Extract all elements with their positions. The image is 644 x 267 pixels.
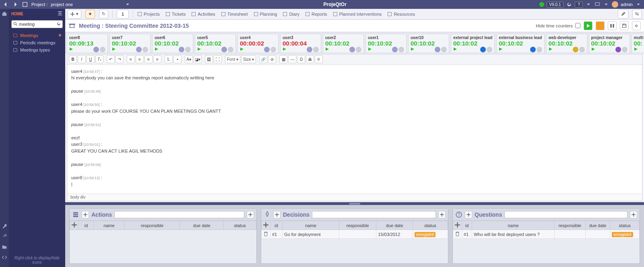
add-row-icon[interactable] <box>72 222 77 228</box>
col-header[interactable]: due date <box>585 221 610 230</box>
clear-format-button[interactable]: Tₓ <box>95 55 103 63</box>
nav-reports[interactable]: Reports <box>305 12 327 17</box>
nav-diary[interactable]: Diary <box>283 12 299 17</box>
timer-play-icon[interactable] <box>325 47 329 52</box>
timer-play-icon[interactable] <box>634 47 638 52</box>
list-ul-button[interactable]: • <box>173 55 182 63</box>
layout-toggle-icon[interactable]: ⇆ <box>632 10 642 19</box>
play-all-button[interactable] <box>584 21 592 30</box>
questions-add-button[interactable] <box>465 211 472 218</box>
chevron-down-icon-2[interactable] <box>603 1 609 8</box>
code-icon[interactable] <box>1 254 8 261</box>
copy-button[interactable]: ⎘ <box>315 55 323 63</box>
timer-play-icon[interactable] <box>69 47 73 52</box>
add-row-icon[interactable] <box>263 222 268 228</box>
add-button[interactable]: ▾ <box>68 10 81 19</box>
timer-play-icon[interactable] <box>411 47 415 52</box>
table-button[interactable]: ▦ <box>279 55 287 63</box>
questions-expand-button[interactable] <box>630 211 637 218</box>
bold-button[interactable]: B <box>69 55 77 63</box>
sidebar-item-1[interactable]: Periodic meetings <box>9 39 65 46</box>
link-icon[interactable] <box>1 233 8 240</box>
sidebar-home-label[interactable]: home <box>11 12 23 16</box>
back-icon[interactable] <box>2 1 9 8</box>
timer-play-icon[interactable] <box>197 47 201 52</box>
nav-activities[interactable]: Activities <box>191 12 215 17</box>
decisions-add-button[interactable] <box>273 211 281 218</box>
timer-play-icon[interactable] <box>499 47 503 52</box>
col-header[interactable]: id <box>270 221 283 230</box>
align-right-button[interactable]: ≡ <box>144 55 153 63</box>
edit-icon[interactable] <box>618 10 628 19</box>
image-button[interactable]: 🖼 <box>205 55 213 63</box>
col-header[interactable]: responsible <box>554 221 585 230</box>
user-dropdown-icon[interactable] <box>635 1 642 8</box>
align-justify-button[interactable]: ≡ <box>153 55 161 63</box>
actions-expand-button[interactable] <box>247 211 254 218</box>
undo-button[interactable]: ↶ <box>107 55 115 63</box>
history-button[interactable]: ↻ <box>99 10 108 19</box>
save-button[interactable] <box>620 21 629 30</box>
wrench-icon[interactable] <box>1 223 8 229</box>
horizontal-splitter[interactable] <box>65 202 644 205</box>
actions-filter-input[interactable] <box>114 211 244 218</box>
settings-button[interactable] <box>632 21 641 30</box>
align-left-button[interactable]: ≡ <box>127 55 135 63</box>
project-name[interactable]: project one <box>51 2 72 7</box>
timer-play-icon[interactable] <box>453 47 457 52</box>
display-icon[interactable] <box>594 1 601 8</box>
hr-button[interactable]: — <box>288 55 296 63</box>
nav-planning[interactable]: Planning <box>254 12 277 17</box>
align-center-button[interactable]: ≡ <box>136 55 144 63</box>
col-header[interactable]: status <box>413 221 448 230</box>
delete-row-icon[interactable] <box>455 231 460 236</box>
timer-play-icon[interactable] <box>368 47 372 52</box>
search-reload-icon[interactable] <box>56 21 61 27</box>
col-header[interactable]: responsible <box>124 221 180 230</box>
nav-projects[interactable]: Projects <box>137 12 160 17</box>
table-row[interactable]: #1Go for deployment15/03/2012enregistré <box>262 230 448 239</box>
table-row[interactable]: #1Who will be first deployed users ?enre… <box>453 230 640 239</box>
user-name[interactable]: admin <box>621 2 633 7</box>
italic-button[interactable]: I <box>78 55 86 63</box>
timer-play-icon[interactable] <box>591 47 595 52</box>
help-button[interactable]: ? <box>575 2 583 8</box>
unlink-button[interactable]: ⊘ <box>268 55 276 63</box>
font-select[interactable]: Font ▾ <box>225 55 240 63</box>
col-header[interactable]: id <box>79 221 94 230</box>
sidebar-item-2[interactable]: Meetings types <box>9 46 65 54</box>
star-icon[interactable]: ★ <box>58 33 62 38</box>
project-dropdown-icon[interactable] <box>124 1 131 8</box>
nav-timesheet[interactable]: Timesheet <box>221 12 248 17</box>
timer-play-icon[interactable] <box>549 47 553 52</box>
fullscreen-button[interactable]: ⛶ <box>214 55 222 63</box>
sidebar-item-0[interactable]: Meetings★ <box>9 31 65 39</box>
hide-counters-checkbox[interactable] <box>575 23 580 28</box>
timer-play-icon[interactable] <box>283 47 287 52</box>
bgcolor-button[interactable]: ◪▾ <box>194 55 202 63</box>
redo-button[interactable]: ↷ <box>116 55 124 63</box>
col-header[interactable]: status <box>610 221 640 230</box>
folder-icon[interactable] <box>1 244 8 250</box>
decisions-expand-button[interactable] <box>438 211 446 218</box>
print-button[interactable]: 🖶 <box>306 55 314 63</box>
nav-planned-interventions[interactable]: Planned interventions <box>333 12 382 17</box>
user-avatar[interactable] <box>612 1 618 8</box>
home-icon[interactable] <box>1 10 8 17</box>
col-header[interactable]: due date <box>180 221 224 230</box>
col-header[interactable]: name <box>472 221 555 230</box>
pause-all-button[interactable] <box>596 21 605 30</box>
timer-play-icon[interactable] <box>155 47 159 52</box>
delete-row-icon[interactable] <box>263 231 268 236</box>
add-row-icon[interactable] <box>455 222 460 228</box>
chevron-down-icon[interactable] <box>585 1 592 8</box>
col-header[interactable]: responsible <box>339 221 376 230</box>
sidebar-search-input[interactable] <box>11 20 63 28</box>
underline-button[interactable]: U <box>87 55 95 63</box>
col-header[interactable]: due date <box>376 221 413 230</box>
size-select[interactable]: Size ▾ <box>241 55 256 63</box>
collapse-sidebar-icon[interactable] <box>57 10 63 17</box>
timer-play-icon[interactable] <box>240 47 244 52</box>
bookmark-button[interactable]: ★ <box>85 10 95 19</box>
editor-body[interactable]: user4 [10:58:47] :hi everybody you can s… <box>67 65 642 194</box>
